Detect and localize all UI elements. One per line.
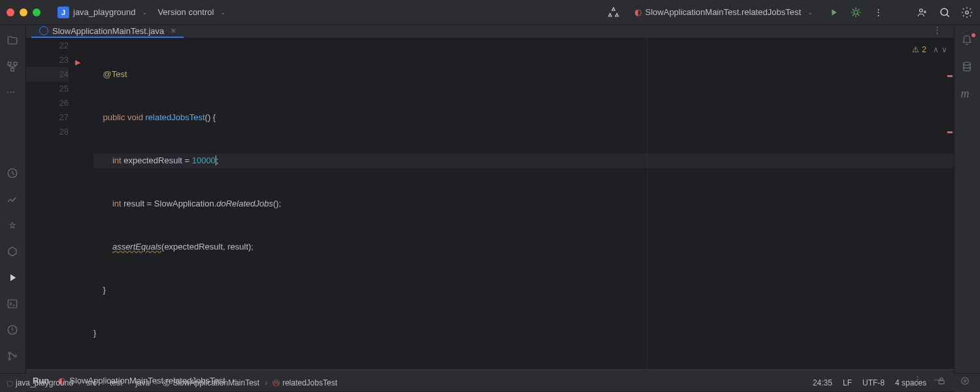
svg-rect-9: [8, 300, 17, 308]
project-selector[interactable]: J java_playground ⌄: [52, 4, 152, 21]
run-button[interactable]: [827, 6, 840, 19]
test-fail-icon: ◐: [634, 7, 642, 17]
tab-more-icon[interactable]: ⋮: [933, 25, 946, 38]
svg-rect-6: [10, 68, 14, 71]
bookmark-icon[interactable]: [7, 220, 20, 233]
database-icon[interactable]: [961, 61, 974, 74]
notifications-icon[interactable]: [961, 35, 974, 48]
nav-down-icon[interactable]: ∨: [941, 42, 947, 57]
nav-up-icon[interactable]: ∧: [933, 42, 939, 57]
caret-position[interactable]: 24:35: [813, 378, 832, 387]
chevron-down-icon: ⌄: [220, 8, 225, 16]
code-with-me-icon[interactable]: [916, 6, 929, 19]
debug-button[interactable]: [849, 6, 862, 19]
project-tool-icon[interactable]: [7, 35, 20, 48]
editor-tab[interactable]: SlowApplicationMainTest.java ×: [31, 25, 184, 38]
svg-point-11: [8, 352, 10, 354]
svg-rect-4: [8, 62, 11, 65]
java-file-icon: [39, 26, 48, 35]
more-icon[interactable]: ⋮: [872, 6, 885, 19]
crumb-segment[interactable]: relatedJobsTest: [282, 378, 337, 387]
svg-point-12: [8, 358, 10, 360]
terminal-icon[interactable]: [7, 298, 20, 311]
minimize-window[interactable]: [20, 8, 27, 16]
svg-point-13: [14, 355, 16, 357]
inspection-badge[interactable]: ⚠ 2 ∧ ∨: [912, 42, 947, 57]
inspect-icon[interactable]: [960, 376, 973, 389]
warning-icon: ⚠: [912, 42, 919, 57]
crumb-segment[interactable]: test: [110, 378, 122, 387]
git-icon[interactable]: [7, 350, 20, 363]
build-icon[interactable]: [607, 6, 620, 19]
close-tab-icon[interactable]: ×: [171, 25, 176, 36]
maven-icon[interactable]: m: [961, 87, 974, 100]
chevron-down-icon: ⌄: [808, 8, 813, 16]
breadcrumb[interactable]: ▢ java_playground › src › test › java › …: [7, 378, 337, 388]
svg-point-0: [854, 10, 858, 14]
search-icon[interactable]: [938, 6, 951, 19]
crumb-segment[interactable]: src: [86, 378, 97, 387]
svg-point-21: [962, 378, 969, 385]
close-window[interactable]: [7, 8, 14, 16]
project-name: java_playground: [73, 7, 135, 17]
code-area[interactable]: @Test public void relatedJobsTest() { in…: [75, 39, 954, 369]
run-gutter-icon[interactable]: ▶: [75, 55, 80, 69]
svg-rect-20: [939, 380, 944, 384]
folder-icon: ▢: [7, 379, 13, 387]
profiler-icon[interactable]: [7, 167, 20, 180]
error-stripe[interactable]: [947, 131, 953, 133]
editor-tabs: SlowApplicationMainTest.java × ⋮: [26, 25, 954, 39]
readonly-icon[interactable]: [937, 376, 950, 389]
structure-tool-icon[interactable]: [7, 61, 20, 74]
maximize-window[interactable]: [33, 8, 41, 16]
crumb-segment[interactable]: SlowApplicationMainTest: [172, 378, 259, 387]
svg-rect-5: [14, 62, 17, 65]
run-config-selector[interactable]: ◐ SlowApplicationMainTest.relatedJobsTes…: [629, 5, 818, 20]
indent[interactable]: 4 spaces: [895, 378, 926, 387]
svg-point-22: [964, 380, 966, 382]
services-icon[interactable]: [7, 246, 20, 259]
window-controls: [7, 8, 41, 16]
warning-count: 2: [922, 42, 926, 57]
crumb-segment[interactable]: java: [135, 378, 150, 387]
error-stripe[interactable]: [947, 75, 953, 77]
run-tool-icon[interactable]: [7, 272, 20, 285]
gutter: 22 23▶ 24 25 26 27 28: [26, 39, 75, 369]
svg-point-3: [966, 10, 969, 14]
left-tool-rail: ⋯: [0, 25, 26, 373]
titlebar: J java_playground ⌄ Version control ⌄ ◐ …: [0, 0, 980, 25]
more-tool-icon[interactable]: ⋯: [7, 87, 20, 100]
svg-marker-8: [8, 247, 16, 256]
problems-icon[interactable]: [7, 324, 20, 337]
line-separator[interactable]: LF: [843, 378, 852, 387]
project-icon: J: [57, 7, 69, 18]
method-icon: ⓜ: [272, 378, 280, 388]
svg-point-2: [941, 8, 948, 16]
chart-icon[interactable]: [7, 193, 20, 206]
svg-point-1: [920, 8, 923, 12]
settings-icon[interactable]: [960, 6, 973, 19]
encoding[interactable]: UTF-8: [862, 378, 885, 387]
class-icon: Ⓒ: [163, 378, 170, 388]
right-tool-rail: m: [954, 25, 980, 373]
code-editor[interactable]: ⚠ 2 ∧ ∨ 22 23▶ 24 25 26 27 28 @Test publ…: [26, 39, 954, 369]
vcs-selector[interactable]: Version control ⌄: [152, 5, 231, 20]
crumb-segment[interactable]: java_playground: [16, 378, 73, 387]
vcs-label: Version control: [157, 7, 214, 17]
tab-filename: SlowApplicationMainTest.java: [52, 26, 164, 36]
run-config-name: SlowApplicationMainTest.relatedJobsTest: [645, 7, 801, 17]
chevron-down-icon: ⌄: [142, 8, 147, 16]
svg-point-19: [963, 62, 970, 65]
